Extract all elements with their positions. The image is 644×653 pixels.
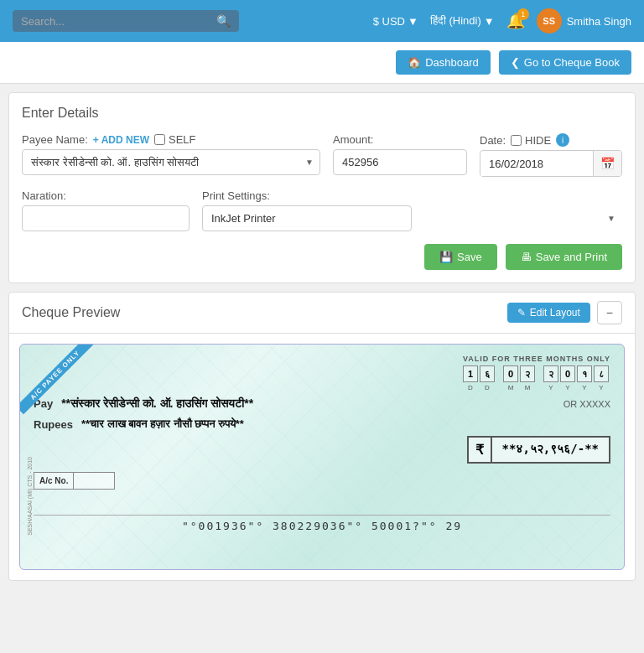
print-icon: 🖶 bbox=[521, 251, 532, 263]
hide-checkbox[interactable] bbox=[511, 135, 522, 146]
date-label-m2: M bbox=[520, 384, 535, 391]
payee-group: Payee Name: + ADD NEW SELF संस्कार रेसीड… bbox=[22, 133, 320, 175]
save-button[interactable]: 💾 Save bbox=[424, 244, 497, 270]
search-input[interactable] bbox=[21, 15, 216, 28]
cheque-amount-box-row: ₹ **४,५२,९५६/-** bbox=[34, 436, 610, 464]
avatar: SS bbox=[537, 8, 562, 34]
date-label-d1: D bbox=[463, 384, 478, 391]
self-checkbox-wrapper: SELF bbox=[154, 133, 196, 146]
date-labels: D D M M Y Y Y Y bbox=[463, 384, 610, 391]
date-box-5: २ bbox=[543, 365, 558, 382]
notification-button[interactable]: 🔔 1 bbox=[506, 12, 525, 30]
print-settings-label: Print Settings: bbox=[202, 189, 622, 202]
cheque-header: Cheque Preview ✎ Edit Layout − bbox=[9, 293, 635, 334]
date-box-2: ६ bbox=[480, 365, 495, 382]
naration-label: Naration: bbox=[22, 189, 190, 202]
notification-badge: 1 bbox=[517, 8, 529, 20]
rupee-symbol-box: ₹ bbox=[467, 436, 492, 464]
naration-input[interactable] bbox=[22, 205, 190, 231]
cheque-acno-row: A/c No. bbox=[34, 472, 610, 490]
date-group: Date: HIDE i 📅 bbox=[480, 133, 622, 177]
self-checkbox[interactable] bbox=[154, 134, 165, 145]
hide-checkbox-wrapper: HIDE bbox=[511, 134, 551, 147]
edit-layout-button[interactable]: ✎ Edit Layout bbox=[507, 303, 590, 323]
print-select-arrow-icon: ▼ bbox=[607, 214, 615, 223]
naration-group: Naration: bbox=[22, 189, 190, 231]
date-separator-1 bbox=[496, 365, 501, 382]
pay-name: **संस्कार रेसीडेन्सी को. ऑ. हाउसिंग सोसय… bbox=[61, 396, 555, 411]
chevron-left-icon: ❮ bbox=[511, 56, 520, 69]
payee-label: Payee Name: + ADD NEW SELF bbox=[22, 133, 320, 146]
lang-chevron-icon: ▼ bbox=[484, 15, 495, 28]
user-name: Smitha Singh bbox=[567, 15, 631, 28]
cheque-content: Pay **संस्कार रेसीडेन्सी को. ऑ. हाउसिंग … bbox=[34, 396, 610, 532]
language-label: हिंदी (Hindi) bbox=[430, 14, 481, 28]
date-label-y1: Y bbox=[543, 384, 558, 391]
search-box[interactable]: 🔍 bbox=[13, 10, 239, 32]
info-icon[interactable]: i bbox=[556, 133, 569, 147]
payee-select[interactable]: संस्कार रेसीडेन्सी को. ऑ. हाउसिंग सोसयटी bbox=[22, 149, 320, 175]
search-icon: 🔍 bbox=[216, 14, 231, 28]
sub-header: 🏠 Dashboard ❮ Go to Cheque Book bbox=[0, 42, 644, 84]
cheque-preview-title: Cheque Preview bbox=[22, 305, 120, 320]
cheque-header-actions: ✎ Edit Layout − bbox=[507, 301, 622, 324]
cheque-container: A/C PAYEE ONLY VALID FOR THREE MONTHS ON… bbox=[9, 334, 635, 580]
date-label: Date: HIDE i bbox=[480, 133, 622, 147]
edit-layout-label: Edit Layout bbox=[530, 307, 580, 319]
currency-chevron-icon: ▼ bbox=[408, 15, 418, 28]
date-box-7: १ bbox=[577, 365, 592, 382]
goto-cheque-button[interactable]: ❮ Go to Cheque Book bbox=[499, 50, 631, 75]
dashboard-label: Dashboard bbox=[425, 56, 479, 69]
amount-input[interactable] bbox=[333, 149, 467, 175]
date-box-3: 0 bbox=[503, 365, 518, 382]
save-icon: 💾 bbox=[439, 251, 453, 263]
dashboard-button[interactable]: 🏠 Dashboard bbox=[396, 50, 491, 75]
date-input[interactable] bbox=[480, 152, 593, 176]
header: 🔍 $ USD ▼ हिंदी (Hindi) ▼ 🔔 1 SS Smitha … bbox=[0, 0, 644, 42]
header-right: $ USD ▼ हिंदी (Hindi) ▼ 🔔 1 SS Smitha Si… bbox=[373, 8, 631, 34]
cheque-micr-row: "°001936"° 380229036"° 50001?"° 29 bbox=[34, 515, 610, 532]
print-select-wrapper[interactable]: InkJet Printer ▼ bbox=[202, 205, 622, 231]
add-new-button[interactable]: + ADD NEW bbox=[93, 134, 149, 146]
cheque-top-right: VALID FOR THREE MONTHS ONLY 1 ६ 0 २ २ 0 … bbox=[463, 355, 610, 391]
amount-box: **४,५२,९५६/-** bbox=[492, 436, 610, 464]
date-separator-2 bbox=[537, 365, 542, 382]
form-title: Enter Details bbox=[22, 106, 622, 121]
date-input-wrapper[interactable]: 📅 bbox=[480, 150, 622, 177]
user-area[interactable]: SS Smitha Singh bbox=[537, 8, 631, 34]
amount-group: Amount: bbox=[333, 133, 467, 175]
minus-icon: − bbox=[606, 306, 613, 319]
collapse-button[interactable]: − bbox=[597, 301, 622, 324]
payee-select-wrapper[interactable]: संस्कार रेसीडेन्सी को. ऑ. हाउसिंग सोसयटी… bbox=[22, 149, 320, 175]
date-box-8: ८ bbox=[594, 365, 609, 382]
sesh-vertical-text: SESH/AASAI (MI) CTS - 2010 bbox=[27, 457, 33, 536]
goto-cheque-label: Go to Cheque Book bbox=[524, 56, 620, 69]
print-settings-group: Print Settings: InkJet Printer ▼ bbox=[202, 189, 622, 231]
currency-button[interactable]: $ USD ▼ bbox=[373, 15, 418, 28]
edit-icon: ✎ bbox=[517, 307, 526, 319]
cheque-rupees-row: Rupees **चार लाख बावन हज़ार नौसौ छप्पन र… bbox=[34, 417, 610, 431]
calendar-icon-button[interactable]: 📅 bbox=[593, 151, 621, 176]
date-label-m1: M bbox=[503, 384, 518, 391]
language-button[interactable]: हिंदी (Hindi) ▼ bbox=[430, 14, 495, 28]
currency-label: $ USD bbox=[373, 15, 405, 28]
cheque-visual: A/C PAYEE ONLY VALID FOR THREE MONTHS ON… bbox=[19, 344, 625, 570]
dashboard-icon: 🏠 bbox=[408, 56, 421, 69]
date-label-y4: Y bbox=[594, 384, 609, 391]
form-row-1: Payee Name: + ADD NEW SELF संस्कार रेसीड… bbox=[22, 133, 622, 177]
amount-label: Amount: bbox=[333, 133, 467, 146]
cheque-pay-row: Pay **संस्कार रेसीडेन्सी को. ऑ. हाउसिंग … bbox=[34, 396, 610, 411]
print-settings-select[interactable]: InkJet Printer bbox=[202, 205, 412, 231]
cheque-date-boxes: 1 ६ 0 २ २ 0 १ ८ bbox=[463, 365, 610, 382]
date-label-y2: Y bbox=[560, 384, 575, 391]
date-label-d2: D bbox=[480, 384, 495, 391]
date-label-y3: Y bbox=[577, 384, 592, 391]
form-row-2: Naration: Print Settings: InkJet Printer… bbox=[22, 189, 622, 231]
form-section: Enter Details Payee Name: + ADD NEW SELF… bbox=[8, 92, 636, 283]
save-print-label: Save and Print bbox=[536, 251, 607, 263]
or-text: OR XXXXX bbox=[564, 399, 610, 409]
date-box-1: 1 bbox=[463, 365, 478, 382]
valid-text: VALID FOR THREE MONTHS ONLY bbox=[463, 355, 610, 363]
date-box-4: २ bbox=[520, 365, 535, 382]
save-print-button[interactable]: 🖶 Save and Print bbox=[506, 244, 622, 270]
